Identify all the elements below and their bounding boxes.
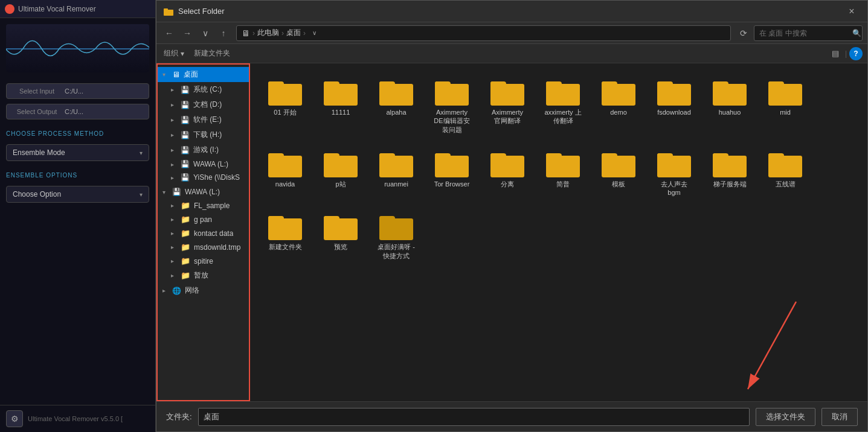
tree-item-kontact[interactable]: ▸ 📁 kontact data bbox=[158, 226, 249, 240]
file-grid: 01 开始 11111 alpaha Aximmer bbox=[262, 75, 855, 264]
svg-rect-26 bbox=[713, 85, 747, 104]
drive-icon-wawa2: 💾 bbox=[172, 188, 181, 196]
refresh-button[interactable]: ⟳ bbox=[736, 25, 751, 41]
folder-shape-icon bbox=[324, 214, 358, 240]
new-folder-button[interactable]: 新建文件夹 bbox=[191, 47, 233, 60]
tree-label-msdownld: msdownld.tmp bbox=[194, 243, 240, 252]
search-input[interactable] bbox=[759, 29, 850, 37]
tree-item-desktop[interactable]: ▾ 🖥 桌面 bbox=[158, 67, 249, 82]
select-output-button[interactable]: Select Output C:/U... bbox=[6, 104, 149, 119]
tree-item-gpan[interactable]: ▸ 📁 g pan bbox=[158, 212, 249, 226]
cancel-button[interactable]: 取消 bbox=[821, 408, 858, 426]
svg-rect-60 bbox=[768, 154, 783, 160]
dialog-titlebar: Select Folder × bbox=[156, 1, 867, 22]
file-name: 11111 bbox=[332, 108, 350, 116]
dropdown-button[interactable]: ∨ bbox=[198, 25, 213, 41]
tree-item-i[interactable]: ▸ 💾 游戏 (I:) bbox=[158, 142, 249, 157]
up-button[interactable]: ↑ bbox=[216, 25, 231, 41]
file-item[interactable]: 桌面好满呀 - 快捷方式 bbox=[373, 210, 419, 264]
gear-icon: ⚙ bbox=[11, 414, 19, 424]
file-item[interactable]: Aximmerty 官网翻译 bbox=[484, 75, 530, 138]
file-item[interactable]: 简普 bbox=[540, 147, 586, 201]
gear-button[interactable]: ⚙ bbox=[6, 410, 23, 427]
tree-item-zhanfang[interactable]: ▸ 📁 暂放 bbox=[158, 268, 249, 283]
file-item[interactable]: Aximmerty DE编辑器安装问题 bbox=[429, 75, 475, 138]
expand-icon-network: ▸ bbox=[162, 287, 171, 294]
folder-svg bbox=[324, 79, 358, 106]
organize-button[interactable]: 组织 ▾ bbox=[161, 47, 187, 60]
file-item[interactable]: alpaha bbox=[373, 75, 419, 138]
tree-item-spitire[interactable]: ▸ 📁 spitire bbox=[158, 254, 249, 268]
forward-button[interactable]: → bbox=[179, 25, 195, 41]
folder-svg bbox=[268, 79, 302, 106]
file-item[interactable]: demo bbox=[596, 75, 641, 138]
dialog-close-button[interactable]: × bbox=[843, 3, 860, 20]
svg-rect-44 bbox=[490, 157, 524, 176]
uvr-footer: ⚙ Ultimate Vocal Remover v5.5.0 [ bbox=[0, 405, 155, 432]
tree-item-e[interactable]: ▸ 💾 软件 (E:) bbox=[158, 112, 249, 127]
tree-item-h[interactable]: ▸ 💾 下载 (H:) bbox=[158, 127, 249, 142]
breadcrumb-desktop[interactable]: 桌面 bbox=[286, 28, 301, 38]
file-item[interactable]: navida bbox=[262, 147, 308, 201]
back-button[interactable]: ← bbox=[161, 25, 177, 41]
folder-shape-icon bbox=[268, 214, 302, 240]
search-bar: 🔍 bbox=[754, 25, 863, 41]
tree-label-gpan: g pan bbox=[194, 215, 212, 224]
tree-item-wawa1[interactable]: ▸ 💾 WAWA (L:) bbox=[158, 157, 249, 171]
file-item[interactable]: mid bbox=[762, 75, 808, 138]
file-name: 简普 bbox=[556, 180, 570, 188]
file-item[interactable]: fsdownload bbox=[651, 75, 697, 138]
file-item[interactable]: axximerty 上传翻译 bbox=[540, 75, 586, 138]
file-item[interactable]: 去人声去bgm bbox=[651, 147, 697, 201]
folder-shape-icon bbox=[657, 151, 691, 177]
tree-label-e: 软件 (E:) bbox=[193, 115, 222, 125]
select-folder-button[interactable]: 选择文件夹 bbox=[756, 408, 815, 426]
folder-icon-gpan: 📁 bbox=[181, 215, 190, 224]
tree-item-msdownld[interactable]: ▸ 📁 msdownld.tmp bbox=[158, 240, 249, 254]
folder-shape-icon bbox=[768, 79, 802, 106]
svg-rect-24 bbox=[657, 83, 672, 89]
svg-rect-12 bbox=[435, 83, 449, 89]
help-button[interactable]: ? bbox=[849, 47, 863, 60]
tree-item-c[interactable]: ▸ 💾 系统 (C:) bbox=[158, 82, 249, 97]
folder-icon-kontact: 📁 bbox=[181, 229, 190, 238]
file-item[interactable]: 模板 bbox=[596, 147, 641, 201]
drive-icon-wawa1: 💾 bbox=[181, 160, 190, 168]
file-item[interactable]: 预览 bbox=[318, 210, 364, 264]
view-toggle-button[interactable]: ▤ bbox=[828, 46, 843, 61]
svg-rect-42 bbox=[435, 154, 449, 160]
file-item[interactable]: 新建文件夹 bbox=[262, 210, 308, 264]
file-item[interactable]: 梯子服务端 bbox=[707, 147, 753, 201]
svg-rect-30 bbox=[768, 83, 783, 89]
file-item[interactable]: 11111 bbox=[318, 75, 364, 138]
file-item[interactable]: ruanmei bbox=[373, 147, 419, 201]
svg-rect-22 bbox=[602, 81, 615, 86]
process-method-label: CHOOSE PROCESS METHOD bbox=[6, 130, 149, 137]
svg-rect-23 bbox=[657, 85, 691, 104]
select-input-button[interactable]: Select Input C:/U... bbox=[6, 83, 149, 99]
tree-item-yishe[interactable]: ▸ 💾 YiShe (\\DiskS bbox=[158, 171, 249, 184]
folder-icon-zhanfang: 📁 bbox=[181, 271, 190, 280]
breadcrumb-dropdown-button[interactable]: ∨ bbox=[308, 27, 320, 39]
ensemble-option-dropdown[interactable]: Choose Option ▾ bbox=[6, 186, 149, 203]
svg-rect-39 bbox=[379, 154, 394, 160]
svg-rect-28 bbox=[713, 81, 726, 86]
folder-input[interactable] bbox=[198, 408, 750, 426]
tree-item-fl-sample[interactable]: ▸ 📁 FL_sample bbox=[158, 199, 249, 212]
tree-item-network[interactable]: ▸ 🌐 网络 bbox=[158, 283, 249, 298]
file-item[interactable]: 分离 bbox=[484, 147, 530, 201]
svg-rect-43 bbox=[435, 153, 448, 158]
file-item[interactable]: 五线谱 bbox=[762, 147, 808, 201]
breadcrumb-computer[interactable]: 此电脑 bbox=[257, 28, 279, 38]
tree-item-d[interactable]: ▸ 💾 文档 (D:) bbox=[158, 97, 249, 112]
folder-svg bbox=[657, 79, 691, 106]
svg-rect-15 bbox=[490, 83, 505, 89]
tree-item-wawa2[interactable]: ▾ 💾 WAWA (L:) bbox=[158, 185, 249, 199]
file-item[interactable]: Tor Browser bbox=[429, 147, 475, 201]
file-item[interactable]: 01 开始 bbox=[262, 75, 308, 138]
file-item[interactable]: p站 bbox=[318, 147, 364, 201]
process-method-value: Ensemble Mode bbox=[13, 148, 65, 157]
tree-label-network: 网络 bbox=[185, 285, 199, 296]
process-method-dropdown[interactable]: Ensemble Mode ▾ bbox=[6, 144, 149, 161]
file-item[interactable]: huahuo bbox=[707, 75, 753, 138]
